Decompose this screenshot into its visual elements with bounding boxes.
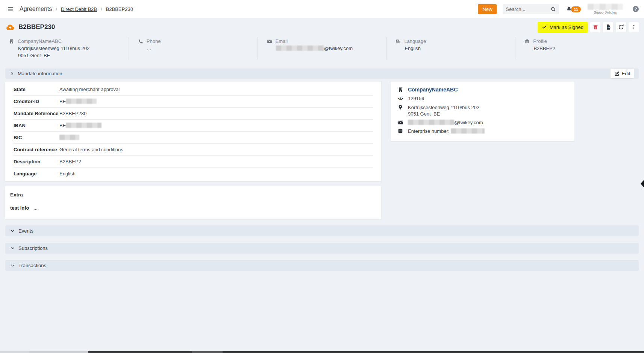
breadcrumb-separator: / xyxy=(101,6,102,12)
extra-card: Extra test info ... xyxy=(5,186,381,219)
taskbar-edge xyxy=(0,351,644,353)
language-value: English xyxy=(405,46,506,51)
iban-value: BE xyxy=(59,123,102,128)
pdf-file-icon: PDF xyxy=(605,24,611,30)
mandate-row-bic: BIC xyxy=(14,132,373,144)
customer-email-row: @twikey.com xyxy=(397,119,568,126)
envelope-icon xyxy=(267,39,272,44)
mandate-row-language: Language English xyxy=(14,168,373,180)
menu-icon[interactable] xyxy=(5,4,15,14)
chevron-right-icon xyxy=(10,72,14,76)
svg-text:B: B xyxy=(399,41,400,43)
contact-language: AB Language English xyxy=(386,37,515,60)
bic-redacted xyxy=(59,135,79,140)
search-box[interactable] xyxy=(503,4,559,14)
mark-as-signed-button[interactable]: Mark as Signed xyxy=(538,22,588,33)
phone-icon xyxy=(138,39,143,44)
profile-value: B2BBEP2 xyxy=(533,46,635,51)
edit-pencil-icon xyxy=(614,71,620,76)
phone-value: ... xyxy=(147,46,249,51)
subscriptions-section-header[interactable]: Subscriptions xyxy=(5,243,639,254)
company-address-line1: Kortrijksesteenweg 1110/bus 202 xyxy=(18,46,120,51)
breadcrumb-parent-link[interactable]: Direct Debit B2B xyxy=(61,6,97,12)
breadcrumb-section[interactable]: Agreements xyxy=(20,6,52,12)
enterprise-number-redacted xyxy=(451,128,485,134)
contract-reference-value: General terms and conditions xyxy=(59,147,123,152)
company-name: CompanyNameABC xyxy=(18,38,62,44)
breadcrumb-current: B2BBEP230 xyxy=(106,6,133,12)
trash-icon xyxy=(592,24,599,30)
mandate-row-iban: IBAN BE xyxy=(14,120,373,132)
extra-field-row: test info ... xyxy=(10,205,376,211)
account-menu[interactable]: SupportArticles xyxy=(588,4,623,14)
help-icon[interactable]: ? xyxy=(633,6,639,12)
customer-address-line2: 9051 Gent BE xyxy=(408,111,440,117)
refresh-icon xyxy=(618,24,624,30)
events-section-title: Events xyxy=(18,228,33,234)
profile-label: Profile xyxy=(533,38,547,44)
customer-address-line1: Kortrijksesteenweg 1110/bus 202 xyxy=(408,105,479,110)
email-value: @twikey.com xyxy=(276,46,377,51)
language-label: Language xyxy=(404,38,426,44)
customer-address-row: Kortrijksesteenweg 1110/bus 202 9051 Gen… xyxy=(397,104,568,117)
mandate-body: State Awaiting merchant approval Credito… xyxy=(0,79,644,219)
breadcrumb-separator: / xyxy=(56,6,57,12)
search-input[interactable] xyxy=(506,6,550,12)
contact-phone: Phone ... xyxy=(129,37,258,60)
chevron-down-icon xyxy=(11,246,15,250)
new-button[interactable]: New xyxy=(478,4,497,14)
more-actions-button[interactable] xyxy=(629,22,639,32)
edit-button[interactable]: Edit xyxy=(611,69,634,78)
mandate-language-value: English xyxy=(59,171,76,176)
chevron-down-icon xyxy=(11,229,15,233)
extra-field-label: test info xyxy=(10,205,33,211)
subscriptions-section-title: Subscriptions xyxy=(18,245,48,251)
check-icon xyxy=(542,24,547,30)
extra-title: Extra xyxy=(10,192,376,198)
mark-as-signed-label: Mark as Signed xyxy=(550,24,583,30)
chevron-down-icon xyxy=(11,263,15,268)
layers-icon xyxy=(524,39,530,44)
language-icon: AB xyxy=(395,39,401,44)
mandate-reference-value: B2BBEP230 xyxy=(59,111,86,116)
customer-email-redacted xyxy=(408,120,454,125)
kebab-menu-icon xyxy=(631,24,637,30)
refresh-button[interactable] xyxy=(616,22,626,32)
mandate-row-description: Description B2BBEP2 xyxy=(14,156,373,168)
notifications[interactable]: 11 xyxy=(566,6,581,12)
customer-name-link[interactable]: CompanyNameABC xyxy=(408,87,458,93)
page-title: B2BBEP230 xyxy=(18,23,55,31)
search-icon xyxy=(550,6,556,12)
state-value: Awaiting merchant approval xyxy=(59,87,120,92)
account-caption: SupportArticles xyxy=(594,11,617,14)
mandate-section-header[interactable]: Mandate information Edit xyxy=(5,68,639,79)
mandate-row-reference: Mandate Reference B2BBEP230 xyxy=(14,108,373,120)
creditor-id-redacted xyxy=(66,99,97,104)
contact-email: Email @twikey.com xyxy=(258,37,386,60)
enterprise-number: Enterprise number: xyxy=(408,128,485,134)
svg-text:A: A xyxy=(397,40,398,42)
cloud-upload-icon xyxy=(5,22,15,32)
extra-field-value: ... xyxy=(33,205,38,211)
customer-number-row: </> 129159 xyxy=(397,95,568,102)
svg-text:PDF: PDF xyxy=(608,27,610,29)
customer-number: 129159 xyxy=(408,95,424,102)
map-pin-icon xyxy=(397,105,403,110)
navbar-right: New 11 SupportArticles ? xyxy=(478,4,639,14)
transactions-section-title: Transactions xyxy=(18,263,46,268)
description-value: B2BBEP2 xyxy=(59,159,81,164)
contact-strip: CompanyNameABC Kortrijksesteenweg 1110/b… xyxy=(0,36,644,65)
iban-redacted xyxy=(66,123,102,128)
mandate-section-title: Mandate information xyxy=(18,71,62,76)
account-name-redacted xyxy=(588,4,623,10)
transactions-section-header[interactable]: Transactions xyxy=(5,260,639,271)
email-label: Email xyxy=(276,38,288,44)
delete-button[interactable] xyxy=(590,22,600,32)
header-actions: Mark as Signed PDF xyxy=(538,22,639,33)
code-icon: </> xyxy=(397,96,403,102)
creditor-id-value: BE xyxy=(59,99,97,104)
download-pdf-button[interactable]: PDF xyxy=(603,22,613,32)
enterprise-icon xyxy=(397,128,403,134)
agreement-detail-page: { "colors": { "accent_orange": "#f0820f"… xyxy=(0,0,644,353)
events-section-header[interactable]: Events xyxy=(5,225,639,236)
